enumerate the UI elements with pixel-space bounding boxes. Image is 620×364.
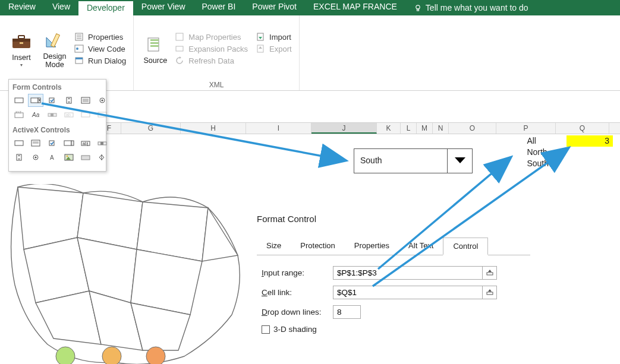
activex-toggle-icon[interactable] xyxy=(78,151,93,164)
svg-rect-60 xyxy=(100,142,103,145)
cell-p1[interactable]: All xyxy=(527,135,549,147)
insert-button[interactable]: Insert ▾ xyxy=(5,18,38,80)
refresh-icon xyxy=(174,56,185,65)
refreshdata-button[interactable]: Refresh Data xyxy=(172,55,250,67)
tellme-search[interactable]: Tell me what you want to do xyxy=(405,0,528,15)
insert-label: Insert xyxy=(12,53,30,62)
viewcode-button[interactable]: View Code xyxy=(71,43,128,55)
cell-p2[interactable]: North xyxy=(527,147,549,158)
tab-powerpivot[interactable]: Power Pivot xyxy=(244,0,305,15)
rundialog-label: Run Dialog xyxy=(88,56,126,65)
formcontrol-checkbox-icon[interactable] xyxy=(45,94,60,107)
col-q[interactable]: Q xyxy=(556,123,609,134)
insert-controls-popup: Form Controls XYZ Aa ab ActiveX Controls… xyxy=(8,79,106,172)
expansionpacks-button[interactable]: Expansion Packs xyxy=(172,43,250,55)
activex-header: ActiveX Controls xyxy=(10,125,105,137)
svg-text:A: A xyxy=(50,154,54,161)
tab-developer[interactable]: Developer xyxy=(78,0,133,15)
tab-alttext[interactable]: Alt Text xyxy=(399,238,443,255)
col-i[interactable]: I xyxy=(246,123,311,134)
import-icon xyxy=(255,32,266,42)
svg-marker-72 xyxy=(455,157,465,163)
tab-excelmapfrance[interactable]: EXCEL MAP FRANCE xyxy=(305,0,405,15)
refedit-icon xyxy=(486,268,494,278)
activex-listbox-icon[interactable] xyxy=(28,137,43,150)
tab-properties[interactable]: Properties xyxy=(345,238,399,255)
properties-button[interactable]: Properties xyxy=(71,31,128,43)
activex-text-icon[interactable]: ab| xyxy=(78,137,93,150)
formcontrol-button-icon[interactable] xyxy=(11,94,27,107)
chevron-down-icon: ▾ xyxy=(20,62,23,68)
svg-rect-73 xyxy=(487,273,493,275)
svg-marker-74 xyxy=(488,270,492,272)
svg-rect-49 xyxy=(98,112,106,117)
col-n[interactable]: N xyxy=(433,123,449,134)
refedit-icon xyxy=(486,287,494,297)
tab-review[interactable]: Review xyxy=(0,0,44,15)
inputrange-field[interactable] xyxy=(333,267,482,279)
formcontrol-option-icon[interactable] xyxy=(95,94,110,107)
celllink-field[interactable] xyxy=(333,286,482,299)
combobox-value: South xyxy=(354,149,447,173)
svg-point-40 xyxy=(101,99,103,101)
activex-more-icon[interactable] xyxy=(95,151,110,164)
3dshading-checkbox[interactable] xyxy=(262,325,270,334)
formcontrol-scroll-icon[interactable] xyxy=(45,108,60,121)
col-j[interactable]: J xyxy=(311,123,377,134)
activex-option-icon[interactable] xyxy=(28,151,43,164)
activex-combo-icon[interactable] xyxy=(61,137,77,150)
tab-view[interactable]: View xyxy=(44,0,78,15)
col-o[interactable]: O xyxy=(449,123,496,134)
export-button[interactable]: Export xyxy=(253,43,294,55)
cell-q1[interactable]: 3 xyxy=(567,135,613,147)
sheet-combobox[interactable]: South xyxy=(354,148,473,173)
activex-button-icon[interactable] xyxy=(11,137,27,150)
col-p[interactable]: P xyxy=(496,123,556,134)
col-k[interactable]: K xyxy=(377,123,401,134)
svg-text:XYZ: XYZ xyxy=(15,110,21,114)
formcontrol-spin-icon[interactable] xyxy=(61,94,77,107)
formcontrol-combo3-icon[interactable] xyxy=(95,108,110,121)
col-g[interactable]: G xyxy=(121,123,181,134)
col-m[interactable]: M xyxy=(417,123,433,134)
tab-size[interactable]: Size xyxy=(257,238,291,255)
tab-powerbi[interactable]: Power BI xyxy=(194,0,244,15)
col-h[interactable]: H xyxy=(181,123,246,134)
mapproperties-button[interactable]: Map Properties xyxy=(172,31,250,43)
activex-spin-icon[interactable] xyxy=(11,151,27,164)
svg-rect-55 xyxy=(64,141,71,145)
activex-label-icon[interactable]: A xyxy=(45,151,60,164)
formcontrol-groupbox-icon[interactable]: XYZ xyxy=(11,108,27,121)
formcontrol-combo2-icon[interactable] xyxy=(78,108,93,121)
ribbon-tabbar: Review View Developer Power View Power B… xyxy=(0,0,620,15)
svg-rect-21 xyxy=(176,46,183,51)
rundialog-icon xyxy=(74,56,84,65)
dropdownlines-field[interactable] xyxy=(333,306,360,318)
inputrange-refedit-button[interactable] xyxy=(482,267,496,279)
formcontrol-listbox-icon[interactable] xyxy=(78,94,93,107)
svg-point-77 xyxy=(56,347,75,364)
dialog-title: Format Control xyxy=(257,214,530,237)
formcontrol-textfield-icon[interactable]: ab xyxy=(61,108,77,121)
tellme-placeholder: Tell me what you want to do xyxy=(426,3,528,12)
svg-marker-22 xyxy=(180,56,181,59)
activex-scroll-icon[interactable] xyxy=(95,137,110,150)
cell-p3[interactable]: South xyxy=(527,158,549,169)
rundialog-button[interactable]: Run Dialog xyxy=(71,55,128,67)
formcontrol-label-icon[interactable]: Aa xyxy=(28,108,43,121)
tab-powerview[interactable]: Power View xyxy=(133,0,194,15)
source-button[interactable]: Source xyxy=(139,18,172,80)
activex-check-icon[interactable] xyxy=(45,137,60,150)
svg-rect-20 xyxy=(176,33,183,40)
3dshading-label: 3-D shading xyxy=(273,325,317,334)
celllink-refedit-button[interactable] xyxy=(482,286,496,299)
svg-rect-45 xyxy=(51,113,53,116)
formcontrol-combobox-icon[interactable] xyxy=(28,94,43,107)
tab-protection[interactable]: Protection xyxy=(291,238,345,255)
activex-image-icon[interactable] xyxy=(61,151,77,164)
import-button[interactable]: Import xyxy=(253,31,294,43)
combobox-dropdown-button[interactable] xyxy=(447,149,472,173)
tab-control[interactable]: Control xyxy=(443,238,488,255)
col-l[interactable]: L xyxy=(401,123,417,134)
designmode-button[interactable]: Design Mode xyxy=(38,18,71,80)
